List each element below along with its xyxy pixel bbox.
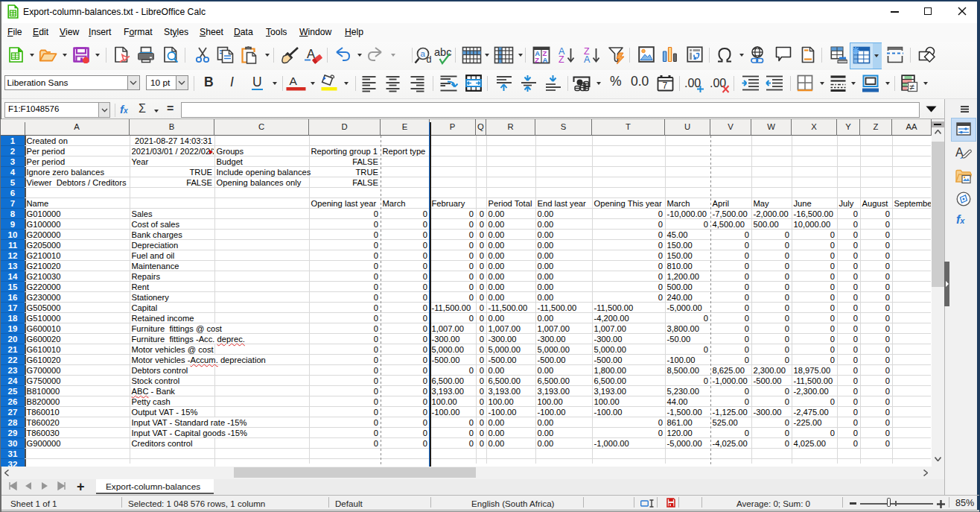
svg-text:7: 7 — [663, 80, 668, 91]
svg-text:A: A — [307, 47, 315, 60]
svg-text:a: a — [421, 49, 426, 58]
svg-text:abc: abc — [434, 46, 451, 58]
svg-text:Z: Z — [535, 56, 539, 64]
svg-text:A: A — [584, 54, 591, 64]
svg-text:A: A — [290, 75, 298, 87]
svg-text:d: d — [427, 54, 432, 65]
svg-text:≠: ≠ — [910, 82, 915, 92]
svg-text:Z: Z — [559, 54, 564, 64]
svg-text:.00: .00 — [684, 77, 701, 89]
svg-text:A: A — [543, 56, 548, 64]
